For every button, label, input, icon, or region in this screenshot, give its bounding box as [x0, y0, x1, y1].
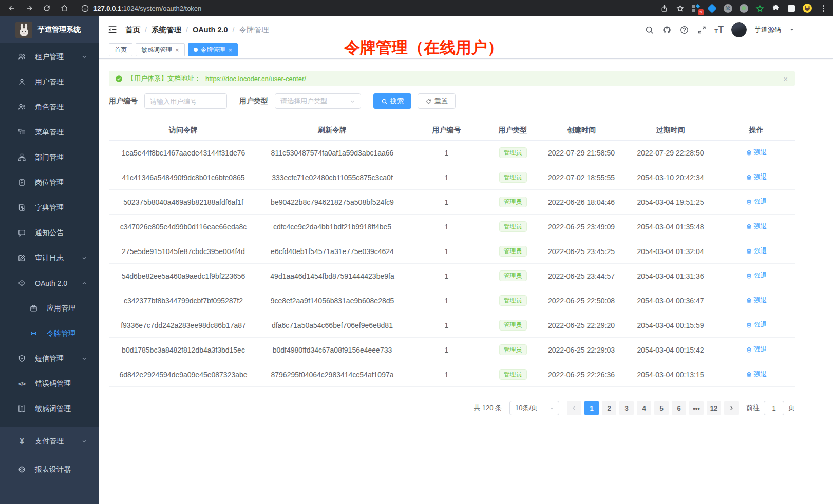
sidebar-fold-icon[interactable] [107, 24, 118, 35]
sidebar-item-post[interactable]: 岗位管理 [0, 170, 99, 195]
address-bar[interactable]: 127.0.0.1:1024/system/oauth2/token [80, 4, 659, 13]
force-logout-button[interactable]: 强退 [746, 370, 767, 379]
sidebar-item-oauth-token[interactable]: 令牌管理 [0, 321, 99, 346]
sidebar-item-dict[interactable]: 字典管理 [0, 195, 99, 220]
pie-segments-icon [17, 465, 26, 474]
page-size-select[interactable]: 10条/页 [509, 401, 559, 415]
force-logout-button[interactable]: 强退 [746, 345, 767, 354]
refresh-token-cell: 333ecfc71e02480cb11055c875c3ca0f [258, 173, 407, 182]
force-logout-button[interactable]: 强退 [746, 172, 767, 182]
force-logout-button[interactable]: 强退 [746, 197, 767, 206]
user-avatar[interactable] [731, 22, 747, 37]
sidebar-item-sms[interactable]: 短信管理 [0, 346, 99, 371]
page-button-12[interactable]: 12 [707, 401, 721, 415]
site-info-icon[interactable] [80, 4, 89, 13]
help-icon[interactable] [679, 25, 689, 35]
reload-icon[interactable] [40, 2, 53, 15]
home-icon[interactable] [58, 2, 71, 15]
side-panel-icon[interactable] [787, 4, 796, 13]
sidebar-item-tenant[interactable]: 租户管理 [0, 44, 99, 69]
alert-text: 【用户体系】文档地址： [127, 74, 201, 83]
col-create-time: 创建时间 [539, 126, 623, 135]
search-icon[interactable] [645, 25, 654, 35]
breadcrumb-home[interactable]: 首页 [125, 25, 140, 35]
yen-icon [17, 437, 26, 445]
sidebar-item-role[interactable]: 角色管理 [0, 94, 99, 120]
page-button-6[interactable]: 6 [672, 401, 686, 415]
app-logo[interactable]: 芋道管理系统 [0, 16, 99, 43]
sidebar-item-user[interactable]: 用户管理 [0, 69, 99, 94]
puzzle-extension-icon[interactable] [771, 4, 780, 13]
force-logout-button[interactable]: 强退 [746, 320, 767, 329]
sidebar-item-sensitive-word[interactable]: 敏感词管理 [0, 396, 99, 421]
sidebar-menu-bottom: 支付管理 报表设计器 [0, 427, 99, 504]
force-logout-button[interactable]: 强退 [746, 246, 767, 256]
search-button[interactable]: 搜索 [373, 93, 411, 109]
actions-cell: 强退 [717, 246, 795, 256]
share-icon[interactable] [659, 4, 669, 13]
page-button-5[interactable]: 5 [654, 401, 669, 415]
force-logout-button[interactable]: 强退 [746, 271, 767, 280]
bookmark-star-icon[interactable] [675, 4, 685, 13]
command-extension-icon[interactable]: ⌘ [723, 4, 732, 13]
sidebar-item-notice[interactable]: 通知公告 [0, 220, 99, 245]
breadcrumb-oauth[interactable]: OAuth 2.0 [193, 26, 228, 34]
reset-button[interactable]: 重置 [418, 93, 456, 109]
user-type-select[interactable]: 请选择用户类型 [275, 93, 361, 109]
goto-page-input[interactable] [764, 401, 784, 415]
user-id-input[interactable] [144, 93, 227, 109]
refresh-token-cell: 811c530487574fa0af1a59d3abc1aa66 [258, 149, 407, 157]
sidebar-item-audit-log[interactable]: 审计日志 [0, 245, 99, 270]
browser-menu-icon[interactable] [819, 4, 828, 13]
main-area: 令牌管理（在线用户） 首页 / 系统管理 / OAuth 2.0 / 令牌管理 [99, 16, 833, 504]
font-size-icon[interactable] [714, 25, 724, 34]
sidebar-item-oauth[interactable]: OAuth 2.0 [0, 270, 99, 296]
prev-page-button[interactable] [567, 401, 581, 415]
username[interactable]: 芋道源码 [754, 25, 781, 34]
create-time-cell: 2022-07-29 21:58:50 [539, 149, 623, 157]
record-extension-icon[interactable] [739, 4, 748, 13]
sidebar-item-dept[interactable]: 部门管理 [0, 145, 99, 170]
profile-avatar-icon[interactable] [803, 4, 812, 13]
page-button-1[interactable]: 1 [584, 401, 599, 415]
tab-close-icon[interactable]: × [175, 47, 179, 53]
user-type-cell: 管理员 [486, 147, 539, 158]
breadcrumb-system[interactable]: 系统管理 [152, 25, 181, 35]
force-logout-label: 强退 [754, 222, 767, 231]
force-logout-button[interactable]: 强退 [746, 148, 767, 157]
fullscreen-icon[interactable] [697, 25, 707, 35]
user-group-icon [17, 103, 26, 111]
doc-link[interactable]: https://doc.iocoder.cn/user-center/ [205, 75, 306, 83]
extension-grid-icon[interactable]: 9 [691, 4, 701, 13]
next-page-button[interactable] [724, 401, 739, 415]
tab-sensitive-word[interactable]: 敏感词管理 × [136, 43, 185, 56]
alert-close-icon[interactable]: × [783, 75, 788, 83]
trash-icon [746, 149, 752, 156]
sidebar-item-oauth-app[interactable]: 应用管理 [0, 296, 99, 321]
back-icon[interactable] [5, 2, 18, 15]
sidebar-item-report-designer[interactable]: 报表设计器 [0, 455, 99, 483]
user-id-cell: 1 [407, 198, 486, 206]
forward-icon[interactable] [23, 2, 36, 15]
more-pages-button[interactable]: ••• [689, 401, 704, 415]
sidebar-item-pay[interactable]: 支付管理 [0, 427, 99, 455]
page-button-3[interactable]: 3 [619, 401, 634, 415]
tab-close-icon[interactable]: × [229, 47, 233, 53]
actions-cell: 强退 [717, 370, 795, 379]
tab-home[interactable]: 首页 [109, 43, 132, 56]
sidebar-item-label: 报表设计器 [35, 465, 71, 474]
tab-token-mgmt[interactable]: 令牌管理 × [188, 43, 238, 56]
code-icon [17, 379, 26, 388]
user-id-cell: 1 [407, 149, 486, 157]
page-button-4[interactable]: 4 [637, 401, 651, 415]
user-menu-caret-icon[interactable] [789, 27, 795, 33]
github-icon[interactable] [662, 25, 672, 35]
gem-extension-icon[interactable] [707, 4, 716, 13]
force-logout-button[interactable]: 强退 [746, 222, 767, 231]
sidebar-item-errcode[interactable]: 错误码管理 [0, 371, 99, 396]
page-button-2[interactable]: 2 [602, 401, 616, 415]
sidebar-item-menu-mgmt[interactable]: 菜单管理 [0, 120, 99, 145]
green-star-extension-icon[interactable] [755, 4, 764, 13]
reset-button-label: 重置 [434, 96, 448, 106]
force-logout-button[interactable]: 强退 [746, 296, 767, 305]
